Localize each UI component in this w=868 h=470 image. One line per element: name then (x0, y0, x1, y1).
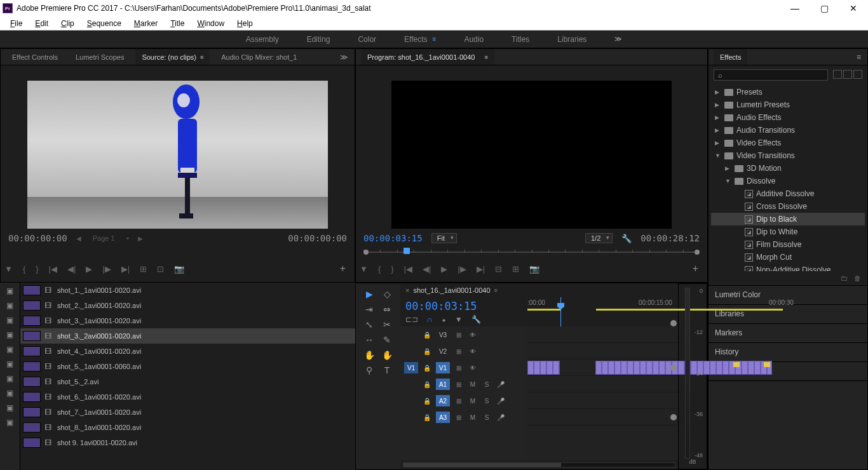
add-marker-icon[interactable]: ▼ (360, 264, 368, 274)
button-editor-icon[interactable]: + (693, 263, 698, 274)
workspace-titles[interactable]: Titles (512, 35, 529, 44)
play-icon[interactable]: ▶ (441, 264, 447, 274)
square-icon[interactable]: ▣ (4, 402, 16, 413)
source-scrubber[interactable] (8, 246, 347, 258)
add-marker-icon[interactable]: ▼ (4, 264, 13, 274)
settings-icon[interactable]: 🔧 (621, 234, 632, 243)
close-seq-icon[interactable]: × (405, 286, 409, 294)
bin-item[interactable]: 🎞shot_7._1avi0001-0020.avi (20, 405, 355, 420)
play-icon[interactable]: ▶ (86, 264, 92, 274)
rolling-tool-icon[interactable]: ⇔ (381, 304, 393, 315)
overwrite-icon[interactable]: ⊡ (157, 264, 164, 274)
linked-sel-icon[interactable]: ∩ (427, 315, 433, 324)
track-select-tool-icon[interactable]: ◇ (381, 288, 393, 300)
square-icon[interactable]: ▣ (4, 358, 16, 370)
bin-item[interactable]: 🎞shot_1._1avi0001-0020.avi (20, 283, 355, 298)
effects-folder[interactable]: ▼Dissolve (711, 175, 865, 187)
source-panel-overflow[interactable]: ≫ (340, 53, 355, 62)
timeline-timecode[interactable]: 00:00:03:15 (405, 300, 522, 312)
tab-program[interactable]: Program: shot_16._1avi0001-0040 ≡ (361, 49, 494, 65)
program-resolution-dropdown[interactable]: 1/2 (585, 233, 613, 243)
source-viewer[interactable] (27, 81, 328, 229)
workspace-editing[interactable]: Editing (307, 35, 330, 44)
square-icon[interactable]: ▣ (4, 329, 16, 340)
bin-item[interactable]: 🎞shot_2._1avi0001-0020.avi (20, 298, 355, 313)
tab-lumetri-scopes[interactable]: Lumetri Scopes (69, 49, 130, 65)
tab-audio-clip-mixer[interactable]: Audio Clip Mixer: shot_1 (215, 49, 303, 65)
square-icon[interactable]: ▣ (4, 314, 16, 326)
square-icon[interactable]: ▣ (4, 387, 16, 399)
menu-file[interactable]: File (4, 19, 29, 28)
square-icon[interactable]: ▣ (4, 417, 16, 428)
source-left-timecode[interactable]: 00:00:00:00 (8, 233, 67, 243)
razor-tool-icon[interactable]: ✂ (381, 319, 393, 330)
square-icon[interactable]: ▣ (4, 373, 16, 384)
bin-item[interactable]: 🎞shot_8._1avi0001-0020.avi (20, 420, 355, 435)
video-track-header[interactable]: 🔒V3⊞👁 (400, 326, 527, 343)
timeline-lanes[interactable] (527, 326, 678, 460)
insert-icon[interactable]: ⊞ (140, 264, 147, 274)
extract-icon[interactable]: ⊞ (512, 264, 519, 274)
step-fwd-icon[interactable]: |▶ (458, 264, 466, 274)
bin-item[interactable]: 🎞shot_3._1avi0001-0020.avi (20, 313, 355, 328)
effects-item[interactable]: ◪Morph Cut (711, 251, 865, 264)
panel-history[interactable]: History (709, 343, 867, 362)
new-bin-icon[interactable]: 🗀 (841, 274, 848, 282)
bin-item[interactable]: 🎞shot_5._1avi0001-0060.avi (20, 359, 355, 374)
tab-effects[interactable]: Effects (714, 49, 747, 65)
settings-icon[interactable]: 🔧 (471, 315, 481, 324)
source-page-next[interactable]: ▶ (138, 235, 143, 242)
go-in-icon[interactable]: |◀ (49, 264, 57, 274)
audio-track-header[interactable]: 🔒A2⊞MS🎤 (400, 393, 527, 409)
square-icon[interactable]: ▣ (4, 300, 16, 311)
video-track-header[interactable]: 🔒V2⊞👁 (400, 343, 527, 359)
go-out-icon[interactable]: ▶| (121, 264, 130, 274)
mark-out-icon[interactable]: } (391, 264, 393, 274)
go-out-icon[interactable]: ▶| (477, 264, 485, 274)
bin-item[interactable]: 🎞shot_4._1avi0001-0020.avi (20, 344, 355, 359)
step-fwd-icon[interactable]: |▶ (102, 264, 111, 274)
menu-clip[interactable]: Clip (55, 19, 81, 28)
menu-marker[interactable]: Marker (128, 19, 164, 28)
mark-out-icon[interactable]: } (36, 264, 38, 274)
effects-item[interactable]: ◪Cross Dissolve (711, 200, 865, 213)
effects-folder[interactable]: ▼Video Transitions (711, 149, 865, 162)
workspace-audio[interactable]: Audio (464, 35, 484, 44)
bin-item[interactable]: 🎞shot_5._2.avi (20, 374, 355, 389)
slip-tool-icon[interactable]: ↔ (363, 334, 375, 346)
tab-effect-controls[interactable]: Effect Controls (6, 49, 64, 65)
menu-help[interactable]: Help (231, 19, 259, 28)
ripple-tool-icon[interactable]: ⇥ (363, 304, 375, 315)
selection-tool-icon[interactable]: ▶ (363, 288, 375, 300)
seq-marker-icon[interactable]: ▼ (455, 315, 463, 324)
effects-folder[interactable]: ▶Video Effects (711, 137, 865, 149)
export-frame-icon[interactable]: 📷 (174, 264, 184, 274)
effects-item[interactable]: ◪Dip to White (711, 225, 865, 238)
source-page-dropdown[interactable]: ▾ (126, 236, 129, 241)
square-icon[interactable]: ▣ (4, 344, 16, 355)
step-back-icon[interactable]: ◀| (67, 264, 76, 274)
hand-tool-icon[interactable]: ✋ (363, 349, 375, 361)
effects-panel-menu-icon[interactable]: ≡ (857, 53, 867, 62)
mark-in-icon[interactable]: { (378, 264, 381, 274)
effects-folder[interactable]: ▶Audio Transitions (711, 124, 865, 137)
effects-item[interactable]: ◪Dip to Black (711, 213, 865, 225)
video-track-header[interactable]: V1🔒V1⊞👁 (400, 359, 527, 376)
timeline-zoom-scroll[interactable] (400, 460, 678, 469)
tab-source[interactable]: Source: (no clips) ≡ (135, 49, 210, 65)
workspace-libraries[interactable]: Libraries (557, 35, 587, 44)
bin-item[interactable]: 🎞shot_6._1avi0001-0020.avi (20, 389, 355, 405)
button-editor-icon[interactable]: + (340, 263, 346, 274)
workspace-assembly[interactable]: Assembly (246, 35, 279, 44)
panel-libraries[interactable]: Libraries (709, 305, 867, 324)
effects-item[interactable]: ◪Non-Additive Dissolve (711, 264, 865, 271)
workspace-overflow[interactable]: ≫ (614, 35, 622, 43)
effects-item[interactable]: ◪Film Dissolve (711, 238, 865, 251)
menu-sequence[interactable]: Sequence (81, 19, 128, 28)
source-page-prev[interactable]: ◀ (76, 235, 81, 242)
audio-track-header[interactable]: 🔒A1⊞MS🎤 (400, 376, 527, 393)
workspace-color[interactable]: Color (358, 35, 376, 44)
menu-window[interactable]: Window (191, 19, 231, 28)
program-viewer[interactable] (391, 81, 672, 229)
lift-icon[interactable]: ⊟ (495, 264, 502, 274)
